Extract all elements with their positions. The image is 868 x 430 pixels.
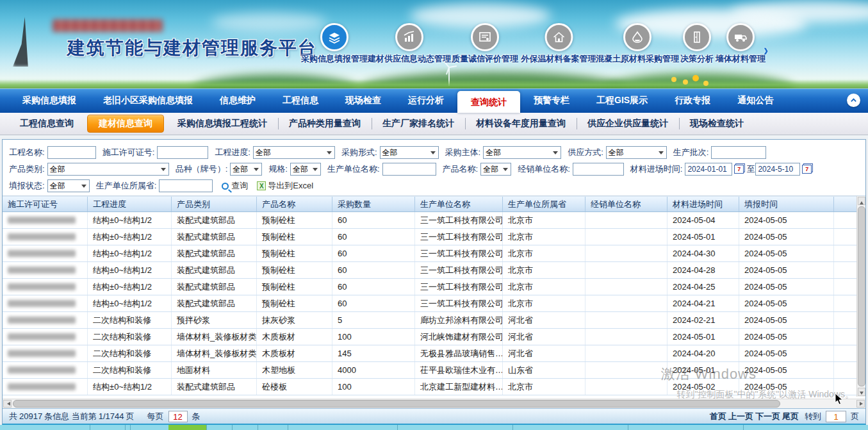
- query-button[interactable]: 查询: [222, 180, 248, 192]
- cell-product: 预制砼柱: [257, 295, 332, 311]
- subnav-item-7[interactable]: 现场检查统计: [679, 113, 755, 135]
- page-link-1[interactable]: 上一页: [728, 411, 753, 422]
- cell-filled: 2024-05-05: [739, 329, 834, 345]
- spec-select[interactable]: 全部: [290, 163, 321, 176]
- material-entry-time-to-input[interactable]: 2024-5-10: [755, 163, 800, 176]
- table-row[interactable]: 结构±0~结构1/2装配式建筑部品预制砼柱60三一筑工科技有限公司北京市2024…: [3, 212, 865, 229]
- module-exterior-insulation-record-mgmt[interactable]: 外保温材料备案管理: [521, 23, 596, 65]
- subnav-item-2[interactable]: 采购信息填报工程统计: [167, 113, 278, 135]
- material-entry-time-from-input[interactable]: 2024-01-01: [685, 163, 732, 176]
- table-row[interactable]: 二次结构和装修墙体材料_装修板材类木质板材145无极县雅晶玻璃销售…河北省202…: [3, 345, 865, 362]
- project-name-input[interactable]: [47, 146, 96, 159]
- column-header-product[interactable]: 产品名称: [257, 197, 332, 211]
- subnav-item-1[interactable]: 建材信息查询: [87, 115, 164, 133]
- column-header-filled[interactable]: 填报时间: [739, 197, 834, 211]
- material-entry-time-label: 材料进场时间:: [630, 163, 683, 175]
- goto-page-input[interactable]: 1: [826, 411, 846, 422]
- page-link-0[interactable]: 首页: [710, 411, 726, 422]
- calendar-icon[interactable]: 7: [734, 165, 744, 174]
- column-header-dealer[interactable]: 经销单位名称: [585, 197, 667, 211]
- variety-brand-label: 品种（牌号）:: [176, 163, 228, 175]
- column-header-progress[interactable]: 工程进度: [88, 197, 172, 211]
- cell-producer: 河北峡饰建材有限公司: [415, 329, 503, 345]
- column-header-category[interactable]: 产品类别: [172, 197, 257, 211]
- module-quality-integrity-eval-mgmt[interactable]: 质量诚信评价管理: [452, 23, 518, 65]
- producer-province-filter-input[interactable]: [159, 179, 213, 192]
- table-row[interactable]: 二次结构和装修墙体材料_装修板材类木质板材100河北峡饰建材有限公司河北省202…: [3, 329, 865, 345]
- vertical-scrollbar[interactable]: [856, 196, 865, 397]
- table-row[interactable]: 结构±0~结构1/2装配式建筑部品预制砼柱60三一筑工科技有限公司北京市2024…: [3, 262, 865, 279]
- subnav-item-4[interactable]: 生产厂家排名统计: [372, 113, 465, 135]
- cell-dealer: [585, 262, 667, 278]
- purchase-subject-select[interactable]: 全部: [483, 146, 561, 159]
- date-range-separator: 至: [746, 163, 755, 175]
- nav-item-1[interactable]: 老旧小区采购信息填报: [90, 88, 206, 113]
- producer-name-input[interactable]: [382, 163, 436, 176]
- table-row[interactable]: 结构±0~结构1/2装配式建筑部品预制砼柱60三一筑工科技有限公司北京市2024…: [3, 295, 865, 312]
- module-purchase-info-fill-mgmt[interactable]: 采购信息填报管理: [301, 23, 368, 65]
- nav-collapse-button[interactable]: [847, 94, 860, 107]
- nav-item-0[interactable]: 采购信息填报: [9, 88, 90, 113]
- page-link-2[interactable]: 下一页: [755, 411, 780, 422]
- table-row[interactable]: 二次结构和装修预拌砂浆抹灰砂浆5廊坊立邦涂料有限公司河北省2024-02-212…: [3, 312, 865, 329]
- module-concrete-raw-material-purchase-mgmt[interactable]: 混凝土原材料采购管理: [596, 23, 679, 65]
- cell-progress: 结构±0~结构1/2: [88, 212, 172, 228]
- column-header-producer[interactable]: 生产单位名称: [415, 197, 503, 211]
- nav-item-2[interactable]: 信息维护: [206, 88, 269, 113]
- module-wall-material-mgmt[interactable]: 墙体材料管理: [716, 23, 766, 65]
- module-decision-analysis[interactable]: 决策分析: [680, 23, 714, 65]
- table-row[interactable]: 结构±0~结构1/2装配式建筑部品预制砼柱60三一筑工科技有限公司北京市2024…: [3, 245, 865, 262]
- scroll-left-icon[interactable]: [3, 400, 12, 408]
- nav-item-3[interactable]: 工程信息: [269, 88, 332, 113]
- construction-permit-no-input[interactable]: [157, 146, 208, 159]
- scroll-up-icon[interactable]: [858, 197, 865, 205]
- horizontal-scroll-thumb[interactable]: [13, 400, 780, 408]
- column-header-entry[interactable]: 材料进场时间: [667, 197, 739, 211]
- fill-status-select[interactable]: 全部: [47, 179, 90, 192]
- nav-item-4[interactable]: 现场检查: [332, 88, 395, 113]
- cell-producer: 三一筑工科技有限公司: [415, 245, 503, 261]
- subnav-item-6[interactable]: 供应企业供应量统计: [577, 113, 679, 135]
- page-link-3[interactable]: 尾页: [782, 411, 799, 422]
- vertical-scroll-thumb[interactable]: [858, 206, 865, 386]
- column-header-permit[interactable]: 施工许可证号: [3, 197, 88, 211]
- supply-mode-select[interactable]: 全部: [606, 146, 667, 159]
- nav-item-9[interactable]: 行政专报: [661, 88, 724, 113]
- cell-filled: 2024-05-05: [739, 229, 834, 245]
- modules-next-arrow-icon[interactable]: ›: [764, 40, 768, 60]
- scroll-right-icon[interactable]: [856, 400, 865, 408]
- production-batch-input[interactable]: [711, 146, 766, 159]
- nav-item-7[interactable]: 预警专栏: [520, 88, 583, 113]
- purchase-subject-label: 采购主体:: [445, 147, 481, 158]
- table-row[interactable]: 结构±0~结构1/2装配式建筑部品预制砼柱60三一筑工科技有限公司北京市2024…: [3, 279, 865, 295]
- nav-item-5[interactable]: 运行分析: [395, 88, 457, 113]
- page-size-input[interactable]: 12: [168, 411, 188, 422]
- nav-item-6[interactable]: 查询统计: [457, 91, 520, 113]
- purchase-form-select[interactable]: 全部: [380, 146, 439, 159]
- cell-dealer: [585, 362, 667, 378]
- module-material-supply-dynamic-mgmt[interactable]: 建材供应信息动态管理: [368, 23, 451, 65]
- subnav-item-5[interactable]: 材料设备年度用量查询: [465, 113, 577, 135]
- module-label: 决策分析: [680, 53, 714, 65]
- calendar-icon[interactable]: 7: [802, 165, 812, 174]
- column-header-qty[interactable]: 采购数量: [332, 197, 415, 211]
- cell-product: 预制砼柱: [257, 229, 332, 245]
- variety-brand-select[interactable]: 全部: [230, 163, 262, 176]
- project-progress-select[interactable]: 全部: [253, 146, 335, 159]
- dealer-name-input[interactable]: [573, 163, 624, 176]
- subnav-item-3[interactable]: 产品种类用量查询: [278, 113, 372, 135]
- product-name-select[interactable]: 全部: [480, 163, 511, 176]
- table-row[interactable]: 结构±0~结构1/2装配式建筑部品预制砼柱60三一筑工科技有限公司北京市2024…: [3, 229, 865, 245]
- scroll-down-icon[interactable]: [858, 388, 865, 396]
- cell-province: 北京市: [503, 212, 585, 228]
- nav-item-8[interactable]: 工程GIS展示: [583, 88, 661, 113]
- cell-filled: 2024-05-05: [739, 312, 834, 328]
- nav-item-10[interactable]: 通知公告: [724, 88, 787, 113]
- product-category-select[interactable]: 全部: [47, 163, 169, 176]
- chevron-down-icon: [553, 151, 558, 157]
- cell-qty: 60: [332, 262, 415, 278]
- cell-category: 装配式建筑部品: [172, 229, 257, 245]
- subnav-item-0[interactable]: 工程信息查询: [9, 113, 85, 135]
- column-header-province[interactable]: 生产单位所属省: [503, 197, 585, 211]
- export-excel-button[interactable]: X导出到Excel: [257, 180, 313, 192]
